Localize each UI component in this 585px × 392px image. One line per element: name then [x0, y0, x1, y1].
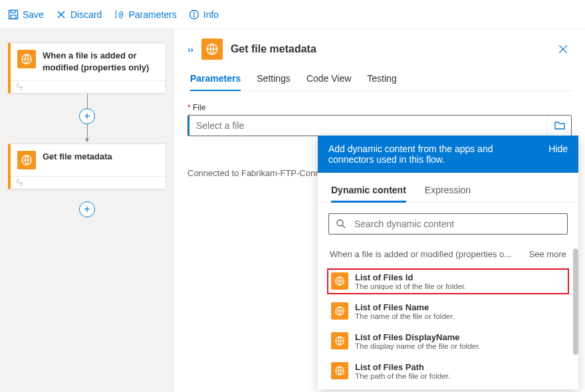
- connector: + ▼: [8, 94, 166, 144]
- save-label: Save: [23, 9, 44, 20]
- ftp-icon: [331, 332, 348, 349]
- toolbar: Save Discard [@] Parameters Info: [0, 0, 585, 29]
- result-title: List of Files Name: [355, 302, 455, 312]
- ftp-icon: [17, 151, 36, 169]
- result-list-files-id[interactable]: List of Files Id The unique id of the fi…: [327, 268, 569, 294]
- result-list-files-name[interactable]: List of Files Name The name of the file …: [327, 298, 569, 324]
- close-icon: [557, 43, 569, 55]
- flyout-tabs: Dynamic content Expression: [318, 173, 578, 203]
- tab-parameters[interactable]: Parameters: [190, 68, 241, 90]
- result-list-files-displayname[interactable]: List of Files DisplayName The display na…: [327, 328, 569, 354]
- add-step-button-end[interactable]: +: [79, 201, 95, 217]
- action-title: Get file metadata: [43, 151, 112, 169]
- search-input[interactable]: [354, 219, 560, 229]
- trigger-card[interactable]: When a file is added or modified (proper…: [8, 43, 166, 94]
- result-title: List of Files DisplayName: [355, 332, 481, 342]
- trigger-title: When a file is added or modified (proper…: [43, 50, 159, 74]
- result-title: List of Files Id: [355, 272, 467, 282]
- folder-icon: [554, 121, 565, 130]
- dynamic-content-flyout: Add dynamic content from the apps and co…: [318, 136, 578, 389]
- discard-icon: [56, 9, 66, 20]
- action-card[interactable]: Get file metadata: [8, 144, 166, 189]
- svg-point-5: [193, 12, 195, 13]
- svg-rect-2: [11, 15, 16, 19]
- tab-dynamic-content[interactable]: Dynamic content: [331, 181, 406, 202]
- link-icon: [16, 84, 160, 90]
- close-button[interactable]: [554, 41, 572, 58]
- detail-tabs: Parameters Settings Code View Testing: [187, 68, 572, 91]
- results-list: List of Files Id The unique id of the fi…: [318, 263, 578, 389]
- parameters-icon: [@]: [114, 9, 124, 20]
- section-title: When a file is added or modified (proper…: [330, 249, 511, 259]
- info-icon: [189, 9, 199, 20]
- file-field-label: * File: [187, 103, 572, 112]
- link-icon: [16, 179, 160, 186]
- ftp-icon: [17, 50, 36, 68]
- search-box: [328, 213, 568, 235]
- parameters-label: Parameters: [128, 9, 176, 20]
- add-step-button[interactable]: +: [79, 108, 95, 124]
- result-desc: The display name of the file or folder.: [355, 342, 481, 350]
- result-desc: The path of the file or folder.: [355, 372, 450, 380]
- info-button[interactable]: Info: [189, 9, 219, 20]
- see-more-button[interactable]: See more: [529, 249, 566, 259]
- svg-text:[@]: [@]: [114, 10, 124, 19]
- tab-expression[interactable]: Expression: [425, 181, 471, 202]
- tab-testing[interactable]: Testing: [367, 68, 396, 90]
- flyout-banner-text: Add dynamic content from the apps and co…: [328, 144, 528, 165]
- file-input[interactable]: [188, 116, 547, 136]
- discard-label: Discard: [70, 9, 102, 20]
- discard-button[interactable]: Discard: [56, 9, 102, 20]
- tab-settings[interactable]: Settings: [257, 68, 291, 90]
- result-title: List of Files Path: [355, 362, 450, 372]
- search-icon: [336, 219, 346, 229]
- tab-code-view[interactable]: Code View: [306, 68, 351, 90]
- ftp-icon: [331, 272, 348, 290]
- parameters-button[interactable]: [@] Parameters: [114, 9, 176, 20]
- ftp-icon: [201, 39, 223, 60]
- scrollbar[interactable]: [573, 248, 578, 355]
- detail-title: Get file metadata: [231, 43, 546, 55]
- ftp-icon: [331, 362, 348, 379]
- browse-folder-button[interactable]: [547, 116, 571, 136]
- collapse-button[interactable]: ››: [187, 45, 193, 54]
- save-button[interactable]: Save: [8, 9, 44, 20]
- connector-end: +: [8, 201, 166, 217]
- save-icon: [8, 9, 19, 20]
- info-label: Info: [203, 9, 219, 20]
- svg-point-10: [337, 220, 343, 226]
- ftp-icon: [331, 302, 348, 320]
- svg-rect-6: [193, 14, 194, 17]
- result-desc: The name of the file or folder.: [355, 312, 455, 320]
- workflow-canvas: When a file is added or modified (proper…: [0, 29, 174, 392]
- hide-button[interactable]: Hide: [548, 144, 568, 154]
- result-list-files-path[interactable]: List of Files Path The path of the file …: [327, 358, 569, 384]
- result-desc: The unique id of the file or folder.: [355, 282, 467, 290]
